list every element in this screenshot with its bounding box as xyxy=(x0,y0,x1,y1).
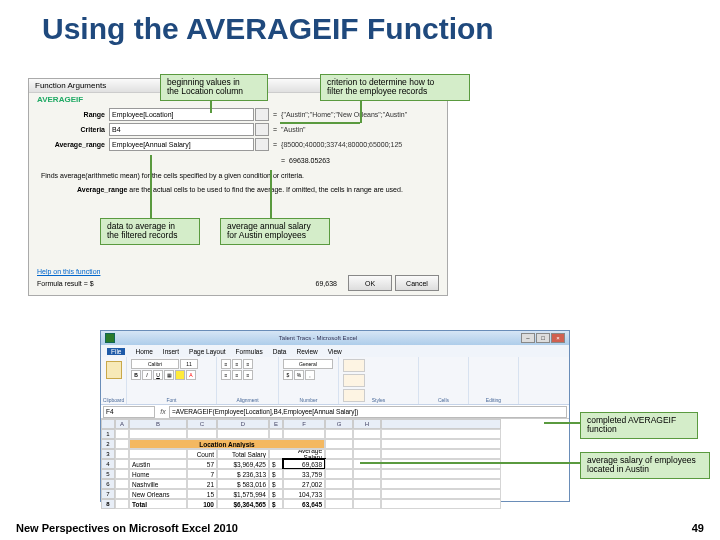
comma-button[interactable]: , xyxy=(305,370,315,380)
input-range[interactable]: Employee[Location] xyxy=(109,108,254,121)
collapse-button[interactable] xyxy=(255,138,269,151)
font-select[interactable]: Calibri xyxy=(131,359,179,369)
col-header[interactable]: A xyxy=(115,419,129,429)
callout-criteria: criterion to determine how tofilter the … xyxy=(320,74,470,101)
size-select[interactable]: 11 xyxy=(180,359,198,369)
tab-insert[interactable]: Insert xyxy=(163,348,179,355)
result-preview: 69638.05263 xyxy=(289,157,330,164)
tab-file[interactable]: File xyxy=(107,348,125,355)
tab-view[interactable]: View xyxy=(328,348,342,355)
slide-title: Using the AVERAGEIF Function xyxy=(0,0,720,46)
excel-titlebar: Talent Tracs - Microsoft Excel – □ × xyxy=(101,331,569,345)
tab-review[interactable]: Review xyxy=(296,348,317,355)
preview-avgrange: {85000;40000;33744;80000;65000;125 xyxy=(281,141,402,148)
row-header[interactable]: 2 xyxy=(101,439,115,449)
callout-avg-austin: average salary of employeeslocated in Au… xyxy=(580,452,710,479)
col-header[interactable]: E xyxy=(269,419,283,429)
table-cell[interactable]: Austin xyxy=(129,459,187,469)
col-header[interactable] xyxy=(381,419,501,429)
col-header[interactable]: C xyxy=(187,419,217,429)
row-header[interactable]: 8 xyxy=(101,499,115,509)
preview-range: {"Austin";"Home";"New Orleans";"Austin" xyxy=(281,111,407,118)
callout-result: average annual salaryfor Austin employee… xyxy=(220,218,330,245)
maximize-button[interactable]: □ xyxy=(536,333,550,343)
fill-button[interactable] xyxy=(175,370,185,380)
align-button[interactable]: ≡ xyxy=(221,359,231,369)
input-avgrange[interactable]: Employee[Annual Salary] xyxy=(109,138,254,151)
page-number: 49 xyxy=(692,522,704,534)
arrow-icon xyxy=(544,422,580,424)
arrow-icon xyxy=(360,101,362,123)
tab-formulas[interactable]: Formulas xyxy=(236,348,263,355)
ribbon-tabs: File Home Insert Page Layout Formulas Da… xyxy=(101,345,569,357)
italic-button[interactable]: I xyxy=(142,370,152,380)
row-header[interactable]: 7 xyxy=(101,489,115,499)
row-header[interactable]: 6 xyxy=(101,479,115,489)
name-box[interactable]: F4 xyxy=(103,406,155,418)
bold-button[interactable]: B xyxy=(131,370,141,380)
formula-bar: F4 fx =AVERAGEIF(Employee[Location],B4,E… xyxy=(101,405,569,419)
formula-input[interactable]: =AVERAGEIF(Employee[Location],B4,Employe… xyxy=(169,406,567,418)
collapse-button[interactable] xyxy=(255,123,269,136)
callout-range: beginning values inthe Location column xyxy=(160,74,268,101)
arg-description: Average_range are the actual cells to be… xyxy=(29,184,447,196)
numformat-select[interactable]: General xyxy=(283,359,333,369)
tab-home[interactable]: Home xyxy=(135,348,152,355)
align-button[interactable]: ≡ xyxy=(243,370,253,380)
function-arguments-dialog: Function Arguments AVERAGEIF Range Emplo… xyxy=(28,78,448,296)
col-header[interactable]: G xyxy=(325,419,353,429)
formula-result-label: Formula result = $ xyxy=(37,280,94,287)
footer-left: New Perspectives on Microsoft Excel 2010 xyxy=(16,522,238,534)
minimize-button[interactable]: – xyxy=(521,333,535,343)
fx-icon[interactable]: fx xyxy=(157,408,169,415)
excel-icon xyxy=(105,333,115,343)
underline-button[interactable]: U xyxy=(153,370,163,380)
label-criteria: Criteria xyxy=(37,126,109,133)
border-button[interactable]: ▦ xyxy=(164,370,174,380)
tab-pagelayout[interactable]: Page Layout xyxy=(189,348,226,355)
arrow-icon xyxy=(280,122,360,124)
row-header[interactable]: 5 xyxy=(101,469,115,479)
ribbon: Clipboard Calibri11 BIU▦A Font ≡≡≡ ≡≡≡ A… xyxy=(101,357,569,405)
preview-criteria: "Austin" xyxy=(281,126,305,133)
condformat-button[interactable] xyxy=(343,359,365,372)
paste-icon[interactable] xyxy=(106,361,122,379)
currency-button[interactable]: $ xyxy=(283,370,293,380)
align-button[interactable]: ≡ xyxy=(221,370,231,380)
align-button[interactable]: ≡ xyxy=(232,370,242,380)
cancel-button[interactable]: Cancel xyxy=(395,275,439,291)
input-criteria[interactable]: B4 xyxy=(109,123,254,136)
close-button[interactable]: × xyxy=(551,333,565,343)
ok-button[interactable]: OK xyxy=(348,275,392,291)
collapse-button[interactable] xyxy=(255,108,269,121)
col-header[interactable]: B xyxy=(129,419,187,429)
select-all[interactable] xyxy=(101,419,115,429)
row-header[interactable]: 3 xyxy=(101,449,115,459)
row-header[interactable]: 4 xyxy=(101,459,115,469)
arrow-icon xyxy=(270,170,272,218)
col-header[interactable]: H xyxy=(353,419,381,429)
row-header[interactable]: 1 xyxy=(101,429,115,439)
worksheet-grid[interactable]: A B C D E F G H 1 2Location Analysis 3Co… xyxy=(101,419,569,509)
col-header[interactable]: F xyxy=(283,419,325,429)
fontcolor-button[interactable]: A xyxy=(186,370,196,380)
callout-formula: completed AVERAGEIFfunction xyxy=(580,412,698,439)
table-button[interactable] xyxy=(343,374,365,387)
tab-data[interactable]: Data xyxy=(273,348,287,355)
excel-window: Talent Tracs - Microsoft Excel – □ × Fil… xyxy=(100,330,570,502)
merged-header[interactable]: Location Analysis xyxy=(129,439,325,449)
formula-result-value: 69,638 xyxy=(316,280,337,287)
label-range: Range xyxy=(37,111,109,118)
col-header[interactable]: D xyxy=(217,419,269,429)
function-description: Finds average(arithmetic mean) for the c… xyxy=(29,168,447,184)
align-button[interactable]: ≡ xyxy=(243,359,253,369)
selected-cell[interactable]: 69,638 xyxy=(283,459,325,469)
help-link[interactable]: Help on this function xyxy=(37,268,100,275)
arrow-icon xyxy=(210,101,212,113)
arrow-icon xyxy=(150,155,152,218)
percent-button[interactable]: % xyxy=(294,370,304,380)
label-avgrange: Average_range xyxy=(37,141,109,148)
align-button[interactable]: ≡ xyxy=(232,359,242,369)
callout-avgrange: data to average inthe filtered records xyxy=(100,218,200,245)
arrow-icon xyxy=(360,462,580,464)
